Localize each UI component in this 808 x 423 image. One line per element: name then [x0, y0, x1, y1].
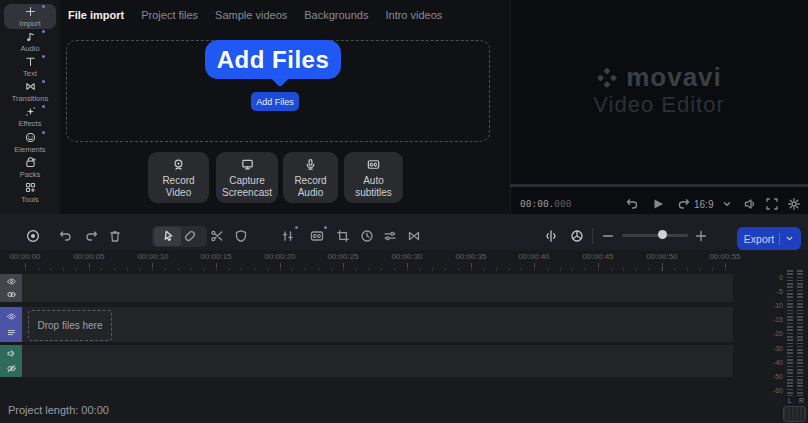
meter-label: -10	[765, 302, 783, 309]
meter-channel-right: R	[799, 397, 804, 404]
meter-label: 0	[765, 274, 783, 281]
speed-button[interactable]	[359, 228, 375, 244]
sparkles-icon	[24, 105, 37, 118]
preview-seekbar[interactable]	[510, 184, 808, 187]
meter-label: -50	[765, 373, 783, 380]
clip-tool-button[interactable]	[182, 228, 198, 244]
jump-back-button[interactable]	[624, 196, 640, 212]
gear-icon	[786, 196, 802, 212]
ruler-tick-label: 00:00:45	[573, 252, 623, 261]
link-icon[interactable]	[6, 289, 17, 300]
toolbar-divider	[592, 228, 593, 244]
badge-dot	[295, 226, 298, 229]
timeline-zoom-slider[interactable]	[622, 234, 688, 237]
redo-button[interactable]	[84, 228, 100, 244]
sidebar-item-text[interactable]: Text	[4, 54, 56, 79]
split-button[interactable]	[209, 228, 225, 244]
timeline-dropzone[interactable]: Drop files here	[28, 310, 112, 341]
chevron-down-icon	[722, 199, 732, 209]
undo-button[interactable]	[57, 228, 73, 244]
sidebar-item-transitions[interactable]: Transitions	[4, 79, 56, 104]
jump-back-icon	[624, 196, 640, 212]
record-button[interactable]	[25, 228, 41, 244]
minus-icon	[600, 228, 616, 244]
meter-settings-button[interactable]	[783, 406, 806, 422]
brand-row: movavi	[510, 62, 808, 93]
zoom-in-button[interactable]	[693, 228, 709, 244]
protect-button[interactable]	[233, 228, 249, 244]
plus-icon	[693, 228, 709, 244]
sidebar-item-audio[interactable]: Audio	[4, 29, 56, 54]
eye-icon[interactable]	[6, 311, 17, 322]
movavi-video-editor-window: Import Audio Text Transitions Effects El…	[0, 0, 808, 423]
sidebar-item-packs[interactable]: Packs	[4, 155, 56, 180]
video-track-lane[interactable]	[22, 307, 733, 342]
sidebar-item-label: Audio	[20, 44, 39, 53]
meter-label: -15	[765, 316, 783, 323]
record-video-button[interactable]: Record Video	[148, 152, 209, 203]
tab-project-files[interactable]: Project files	[141, 9, 198, 21]
eye-icon[interactable]	[6, 276, 17, 287]
sidebar-item-tools[interactable]: Tools	[4, 180, 56, 205]
add-files-button[interactable]: Add Files	[251, 92, 299, 111]
delete-button[interactable]	[107, 228, 123, 244]
transitions-icon	[24, 80, 37, 93]
sliders-icon	[382, 228, 398, 244]
sidebar: Import Audio Text Transitions Effects El…	[0, 0, 60, 220]
audio-track-lane[interactable]	[22, 345, 733, 377]
transition-wizard-button[interactable]	[406, 228, 422, 244]
speaker-icon[interactable]	[6, 348, 17, 359]
volume-button[interactable]	[742, 196, 758, 212]
brand-subtitle: Video Editor	[510, 92, 808, 118]
webcam-icon	[171, 157, 186, 172]
chevron-down-icon	[785, 234, 794, 243]
tab-file-import[interactable]: File import	[68, 9, 124, 21]
zoom-slider-thumb[interactable]	[658, 230, 667, 239]
meter-bar-left	[787, 270, 793, 396]
badge-dot	[42, 131, 45, 134]
audio-mixer-button[interactable]	[543, 228, 559, 244]
text-icon	[24, 55, 37, 68]
preview-timecode: 00:00.000	[520, 198, 572, 209]
fullscreen-button[interactable]	[764, 196, 780, 212]
jump-forward-button[interactable]	[676, 196, 692, 212]
auto-subtitles-button[interactable]: Auto subtitles	[344, 152, 403, 203]
color-adjust-button[interactable]	[569, 228, 585, 244]
fullscreen-icon	[764, 196, 780, 212]
meter-label: -30	[765, 345, 783, 352]
export-label: Export	[744, 233, 774, 245]
bag-icon	[24, 156, 37, 169]
sidebar-item-effects[interactable]: Effects	[4, 104, 56, 129]
overlay-track-lane[interactable]	[22, 274, 733, 302]
music-note-icon	[24, 30, 37, 43]
card-label: Record Audio	[294, 175, 326, 198]
ruler-tick-label: 00:00:50	[637, 252, 687, 261]
tab-sample-videos[interactable]: Sample videos	[215, 9, 287, 21]
record-audio-button[interactable]: Record Audio	[283, 152, 338, 203]
aspect-ratio-chevron[interactable]	[722, 199, 732, 209]
project-length-status: Project length: 00:00	[8, 404, 109, 416]
zoom-out-button[interactable]	[600, 228, 616, 244]
select-tool-button[interactable]	[160, 228, 176, 244]
aspect-ratio-select[interactable]: 16:9	[694, 199, 713, 210]
brand-name: movavi	[626, 62, 722, 93]
subtitles-tool-button[interactable]	[309, 228, 325, 244]
sidebar-item-elements[interactable]: Elements	[4, 130, 56, 155]
sidebar-item-import[interactable]: Import	[4, 4, 56, 29]
play-button[interactable]	[650, 196, 666, 212]
badge-dot	[42, 55, 45, 58]
ruler-minor-ticks	[25, 267, 738, 271]
record-icon	[25, 228, 41, 244]
layers-icon[interactable]	[6, 327, 17, 338]
export-button[interactable]: Export	[737, 227, 801, 250]
preview-settings-button[interactable]	[786, 196, 802, 212]
smiley-icon	[24, 131, 37, 144]
crop-button[interactable]	[335, 228, 351, 244]
adjustments-button[interactable]	[382, 228, 398, 244]
audio-levels-button[interactable]	[280, 228, 296, 244]
tab-intro-videos[interactable]: Intro videos	[385, 9, 442, 21]
capture-screencast-button[interactable]: Capture Screencast	[216, 152, 278, 203]
import-tabs: File import Project files Sample videos …	[68, 9, 442, 21]
unlink-icon[interactable]	[6, 363, 17, 374]
tab-backgrounds[interactable]: Backgrounds	[304, 9, 368, 21]
